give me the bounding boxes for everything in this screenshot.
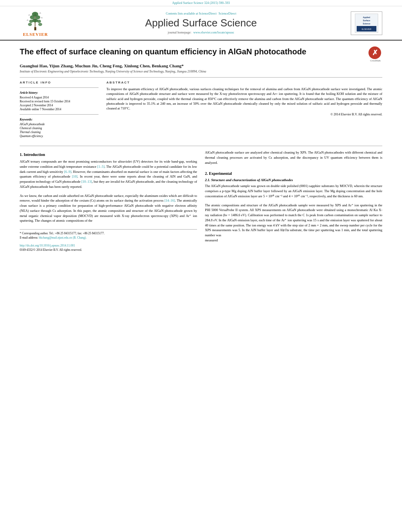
- email-line: E-mail address: bkchang@mail.njust.edu.c…: [20, 236, 197, 239]
- crossmark-svg-icon: ✗: [368, 46, 381, 59]
- corresponding-author: * Corresponding author. Tel.: +86 25 843…: [20, 232, 197, 235]
- svg-text:Science: Science: [363, 22, 370, 25]
- keyword-1: AlGaN photocathode: [20, 122, 99, 126]
- main-content: The effect of surface cleaning on quantu…: [0, 41, 402, 258]
- elsevier-tree-icon: [24, 9, 46, 31]
- article-info-column: ARTICLE INFO Article history: Received 4…: [20, 81, 99, 141]
- svg-point-7: [37, 20, 41, 23]
- page-wrapper: Applied Surface Science 324 (2015) 590–5…: [0, 0, 402, 258]
- keywords-group: Keywords: AlGaN photocathode Chemical cl…: [20, 118, 99, 138]
- article-history-group: Article history: Received 4 August 2014 …: [20, 91, 99, 111]
- ref-10-13: [10–13]: [82, 180, 92, 184]
- crossmark: ✗ CrossMark: [368, 46, 382, 60]
- article-info-abstract-section: ARTICLE INFO Article history: Received 4…: [20, 81, 382, 141]
- svg-text:ELSEVIER: ELSEVIER: [362, 28, 372, 30]
- available-online: Available online 7 November 2014: [20, 108, 99, 111]
- divider-info: [20, 87, 99, 88]
- doi-line: http://dx.doi.org/10.1016/j.apsusc.2014.…: [20, 244, 197, 247]
- svg-point-6: [32, 19, 38, 22]
- experimental-heading: 2. Experimental: [205, 171, 382, 176]
- copyright-line: © 2014 Elsevier B.V. All rights reserved…: [106, 113, 382, 116]
- abstract-column: ABSTRACT To improve the quantum efficien…: [106, 81, 382, 141]
- divider-1: [20, 77, 382, 78]
- journal-title: Applied Surface Science: [59, 17, 343, 29]
- journal-logo-box: Applied Surface Science ELSEVIER: [351, 11, 382, 35]
- svg-text:Surface: Surface: [363, 19, 370, 22]
- ref-6-9: [6–9]: [64, 170, 71, 174]
- elsevier-label: ELSEVIER: [23, 32, 48, 37]
- body-section: 1. Introduction AlGaN ternary compounds …: [20, 150, 382, 252]
- email-address[interactable]: bkchang@mail.njust.edu.cn (B. Chang).: [39, 236, 87, 239]
- article-history-title: Article history:: [20, 91, 99, 95]
- measured-word: measured: [205, 238, 382, 243]
- sciencedirect-link-text[interactable]: ScienceDirect: [218, 12, 236, 15]
- abstract-text: To improve the quantum efficiency of AlG…: [106, 87, 382, 111]
- intro-heading: 1. Introduction: [20, 152, 197, 157]
- authors: Guanghui Hao, Yijun Zhang, Muchun Jin, C…: [20, 63, 382, 68]
- experimental-text-1: The AlGaN photocathode sample was grown …: [205, 184, 382, 198]
- svg-point-8: [28, 23, 32, 26]
- divider-keywords: [20, 114, 99, 115]
- right-col-text-1: AlGaN photocathode surface are analyzed …: [205, 150, 382, 165]
- header-center: Contents lists available at ScienceDirec…: [59, 12, 343, 34]
- header-left: ELSEVIER: [12, 9, 59, 37]
- subsection-heading: 2.1. Structure and characterization of A…: [205, 178, 382, 182]
- svg-point-9: [38, 23, 42, 26]
- svg-rect-0: [34, 27, 36, 30]
- footnote-section: * Corresponding author. Tel.: +86 25 843…: [20, 229, 197, 252]
- sciencedirect-text: Contents lists available at ScienceDirec…: [59, 12, 343, 15]
- ref-14-16: [14–16]: [164, 198, 175, 202]
- issn-line: 0169-4332/© 2014 Elsevier B.V. All right…: [20, 248, 197, 252]
- keyword-4: Quantum efficiency.: [20, 134, 99, 138]
- experimental-text-2: The atomic compositions and structure of…: [205, 203, 382, 238]
- header-right: Applied Surface Science ELSEVIER: [343, 11, 390, 35]
- crossmark-label: CrossMark: [368, 59, 382, 62]
- doi-link[interactable]: http://dx.doi.org/10.1016/j.apsusc.2014.…: [20, 244, 75, 247]
- article-info-label: ARTICLE INFO: [20, 81, 99, 84]
- crossmark-icon: ✗: [368, 46, 381, 59]
- header-section: ELSEVIER Contents lists available at Sci…: [0, 6, 402, 41]
- journal-ref-text: Applied Surface Science 324 (2015) 590–5…: [172, 1, 230, 5]
- keyword-2: Chemical cleaning: [20, 126, 99, 130]
- article-title-section: The effect of surface cleaning on quantu…: [20, 46, 382, 60]
- elsevier-logo: ELSEVIER: [23, 9, 48, 37]
- email-label: E-mail address:: [20, 236, 38, 239]
- ref-10: [10]: [72, 174, 77, 178]
- keywords-title: Keywords:: [20, 118, 99, 121]
- received-revised: Received in revised form 15 October 2014: [20, 100, 99, 103]
- journal-homepage: journal homepage: www.elsevier.com/locat…: [59, 31, 343, 34]
- divider-body: [20, 146, 382, 146]
- body-right-col: AlGaN photocathode surface are analyzed …: [205, 150, 382, 252]
- received-1: Received 4 August 2014: [20, 96, 99, 99]
- applied-surface-logo-icon: Applied Surface Science ELSEVIER: [355, 13, 378, 33]
- journal-ref-bar: Applied Surface Science 324 (2015) 590–5…: [0, 0, 402, 6]
- affiliation: Institute of Electronic Engineering and …: [20, 70, 382, 73]
- body-left-col: 1. Introduction AlGaN ternary compounds …: [20, 150, 197, 252]
- svg-text:✗: ✗: [372, 49, 378, 57]
- article-title: The effect of surface cleaning on quantu…: [20, 46, 363, 57]
- ref-1-5: [1–5]: [97, 165, 104, 169]
- intro-text-2: As we know, the carbon and oxide adsorbe…: [20, 193, 197, 224]
- homepage-url[interactable]: www.elsevier.com/locate/apsusc: [193, 31, 234, 34]
- intro-text-1: AlGaN ternary compounds are the most pro…: [20, 159, 197, 189]
- svg-text:Applied: Applied: [363, 16, 370, 19]
- keyword-3: Thermal cleaning: [20, 130, 99, 134]
- accepted: Accepted 2 November 2014: [20, 104, 99, 107]
- abstract-label: ABSTRACT: [106, 81, 382, 84]
